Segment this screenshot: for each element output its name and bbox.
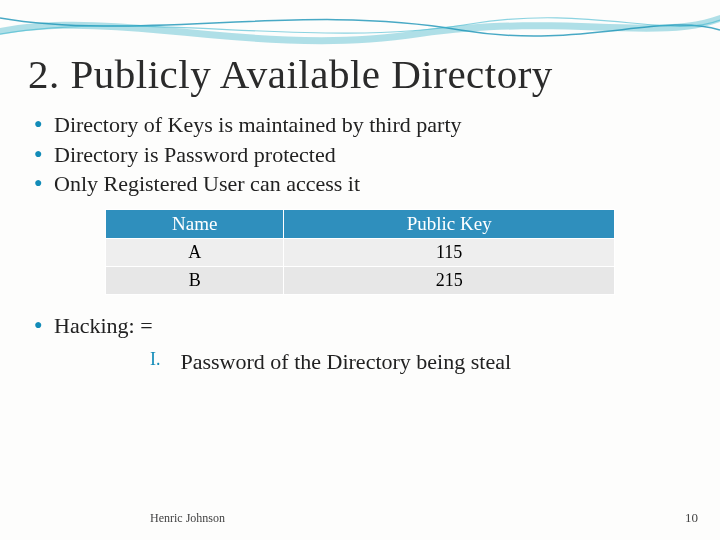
table-header-name: Name: [106, 210, 284, 239]
hacking-item-text: Password of the Directory being steal: [181, 349, 512, 375]
bullet-item: Directory is Password protected: [32, 140, 692, 170]
table-row: B 215: [106, 267, 615, 295]
footer-page-number: 10: [685, 510, 698, 526]
table-cell: 115: [284, 239, 615, 267]
roman-numeral: I.: [150, 349, 179, 375]
bullet-item: Directory of Keys is maintained by third…: [32, 110, 692, 140]
table-cell: B: [106, 267, 284, 295]
bullet-list: Directory of Keys is maintained by third…: [28, 110, 692, 199]
table-cell: A: [106, 239, 284, 267]
slide-title: 2. Publicly Available Directory: [28, 50, 692, 98]
hacking-sublist: I. Password of the Directory being steal: [148, 347, 513, 377]
table-row: A 115: [106, 239, 615, 267]
footer-author: Henric Johnson: [150, 511, 225, 526]
table-header-row: Name Public Key: [106, 210, 615, 239]
hacking-list: Hacking: =: [28, 311, 692, 341]
table-header-key: Public Key: [284, 210, 615, 239]
hacking-bullet: Hacking: =: [32, 311, 692, 341]
bullet-item: Only Registered User can access it: [32, 169, 692, 199]
key-table: Name Public Key A 115 B 215: [105, 209, 615, 295]
table-cell: 215: [284, 267, 615, 295]
